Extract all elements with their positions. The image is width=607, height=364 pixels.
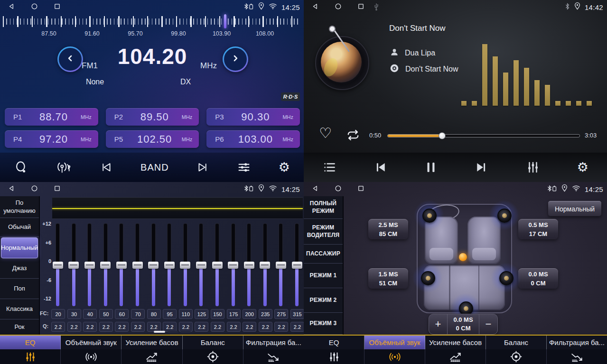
mixer-sliders-icon[interactable] bbox=[526, 160, 540, 174]
eq-band-slider[interactable] bbox=[168, 224, 171, 306]
back-icon[interactable] bbox=[311, 184, 319, 192]
tab-surround-sound[interactable]: Объёмный звук bbox=[364, 336, 425, 349]
eq-band-handle[interactable] bbox=[244, 262, 254, 269]
fc-value-button[interactable]: 30 bbox=[67, 309, 81, 319]
eq-band-handle[interactable] bbox=[68, 262, 79, 269]
q-value-button[interactable]: 2.2 bbox=[147, 322, 161, 332]
tab-eq-sliders[interactable]: EQ bbox=[304, 336, 364, 349]
surround-mode-item[interactable]: РЕЖИМ 2 bbox=[304, 288, 343, 313]
home-icon[interactable] bbox=[30, 184, 38, 192]
eq-band-slider[interactable] bbox=[199, 224, 203, 306]
eq-band-slider[interactable] bbox=[72, 224, 75, 306]
frequency-dial[interactable] bbox=[3, 14, 301, 28]
search-icon[interactable] bbox=[14, 160, 28, 174]
eq-band-handle[interactable] bbox=[164, 262, 175, 269]
bass-boost-icon[interactable] bbox=[425, 349, 486, 364]
eq-band-slider[interactable] bbox=[104, 224, 107, 306]
fc-value-button[interactable]: 275 bbox=[274, 309, 288, 319]
progress-bar[interactable] bbox=[387, 134, 580, 137]
next-track-icon[interactable] bbox=[196, 161, 209, 174]
q-value-button[interactable]: 2.2 bbox=[67, 322, 81, 332]
prev-track-icon[interactable] bbox=[100, 161, 113, 174]
q-value-button[interactable]: 2.2 bbox=[163, 322, 177, 332]
recents-icon[interactable] bbox=[357, 2, 364, 10]
eq-preset-item[interactable]: Рок bbox=[0, 319, 39, 336]
recents-icon[interactable] bbox=[53, 2, 61, 10]
radio-preset-button[interactable]: P188.70MHz bbox=[5, 108, 98, 126]
rear-left-delay-button[interactable]: 1.5 MS 51 CM bbox=[368, 268, 408, 289]
eq-preset-item[interactable]: Поп bbox=[0, 279, 39, 299]
fc-value-button[interactable]: 175 bbox=[227, 309, 241, 319]
eq-band-slider[interactable] bbox=[247, 224, 251, 306]
q-value-button[interactable]: 2.2 bbox=[83, 322, 97, 332]
front-left-delay-button[interactable]: 2.5 MS 85 CM bbox=[368, 219, 408, 239]
bass-boost-icon[interactable] bbox=[121, 349, 182, 364]
tab-balance[interactable]: Баланс bbox=[486, 336, 547, 349]
radio-preset-button[interactable]: P5102.50MHz bbox=[106, 130, 199, 148]
q-value-button[interactable]: 2.2 bbox=[99, 322, 113, 332]
pause-icon[interactable] bbox=[425, 160, 437, 174]
playlist-icon[interactable] bbox=[322, 160, 336, 174]
increase-delay-button[interactable]: + bbox=[429, 314, 447, 334]
eq-band-handle[interactable] bbox=[53, 262, 63, 269]
tab-balance[interactable]: Баланс bbox=[183, 336, 243, 349]
tab-filter[interactable]: Фильтрация ба... bbox=[243, 336, 304, 349]
filter-icon[interactable] bbox=[547, 349, 607, 364]
radio-preset-button[interactable]: P497.20MHz bbox=[5, 130, 98, 148]
radio-preset-button[interactable]: P289.50MHz bbox=[106, 108, 199, 126]
q-value-button[interactable]: 2.2 bbox=[131, 322, 145, 332]
fc-value-button[interactable]: 70 bbox=[131, 309, 145, 319]
radio-preset-button[interactable]: P6103.00MHz bbox=[206, 130, 300, 148]
repeat-icon[interactable] bbox=[346, 128, 360, 142]
decrease-delay-button[interactable]: − bbox=[479, 314, 497, 334]
surround-mode-item[interactable]: РЕЖИМ ВОДИТЕЛЯ bbox=[304, 219, 343, 245]
eq-band-handle[interactable] bbox=[84, 262, 95, 269]
q-value-button[interactable]: 2.2 bbox=[227, 322, 241, 332]
eq-band-handle[interactable] bbox=[180, 262, 190, 269]
eq-band-slider[interactable] bbox=[295, 224, 299, 306]
rear-right-speaker-icon[interactable] bbox=[499, 271, 514, 285]
q-value-button[interactable]: 2.2 bbox=[115, 322, 129, 332]
q-value-button[interactable]: 2.2 bbox=[290, 322, 304, 332]
eq-sliders-icon[interactable] bbox=[304, 349, 364, 364]
eq-band-slider[interactable] bbox=[184, 224, 187, 306]
tab-bass-boost[interactable]: Усиление басов bbox=[121, 336, 182, 349]
front-right-speaker-icon[interactable] bbox=[497, 209, 512, 223]
eq-preset-item[interactable]: Обычай bbox=[0, 218, 39, 237]
eq-preset-item[interactable]: Нормальный bbox=[1, 237, 38, 258]
q-value-button[interactable]: 2.2 bbox=[51, 322, 65, 332]
eq-band-handle[interactable] bbox=[148, 262, 159, 269]
settings-gear-icon[interactable]: ⚙ bbox=[279, 161, 290, 174]
broadcast-scan-icon[interactable] bbox=[56, 160, 73, 174]
front-right-delay-button[interactable]: 0.5 MS 17 CM bbox=[518, 219, 558, 239]
tune-up-button[interactable] bbox=[223, 46, 248, 72]
fc-value-button[interactable]: 50 bbox=[99, 309, 113, 319]
fc-value-button[interactable]: 110 bbox=[179, 309, 193, 319]
fc-value-button[interactable]: 125 bbox=[195, 309, 208, 319]
prev-track-icon[interactable] bbox=[374, 160, 388, 174]
tune-down-button[interactable] bbox=[57, 46, 83, 72]
surround-sound-icon[interactable] bbox=[364, 349, 425, 364]
fc-value-button[interactable]: 235 bbox=[259, 309, 272, 319]
favorite-heart-icon[interactable]: ♡ bbox=[319, 126, 332, 140]
eq-band-slider[interactable] bbox=[215, 224, 219, 306]
progress-knob[interactable] bbox=[439, 132, 446, 139]
eq-band-handle[interactable] bbox=[196, 262, 206, 269]
fc-value-button[interactable]: 60 bbox=[115, 309, 129, 319]
eq-band-handle[interactable] bbox=[116, 262, 127, 269]
next-track-icon[interactable] bbox=[474, 160, 488, 174]
band-button[interactable]: BAND bbox=[140, 162, 169, 173]
surround-mode-item[interactable]: РЕЖИМ 1 bbox=[304, 264, 343, 288]
surround-mode-item[interactable]: РЕЖИМ 3 bbox=[304, 313, 343, 335]
rear-right-delay-button[interactable]: 0.0 MS 0 CM bbox=[518, 268, 558, 289]
home-icon[interactable] bbox=[334, 2, 342, 10]
eq-band-handle[interactable] bbox=[228, 262, 238, 269]
back-icon[interactable] bbox=[8, 2, 15, 10]
filter-icon[interactable] bbox=[243, 349, 304, 364]
q-value-button[interactable]: 2.2 bbox=[259, 322, 272, 332]
eq-sliders-icon[interactable] bbox=[0, 349, 61, 364]
fc-value-button[interactable]: 80 bbox=[147, 309, 161, 319]
rear-left-speaker-icon[interactable] bbox=[421, 271, 435, 285]
eq-preset-item[interactable]: Классика bbox=[0, 299, 39, 319]
radio-preset-button[interactable]: P390.30MHz bbox=[206, 108, 300, 126]
